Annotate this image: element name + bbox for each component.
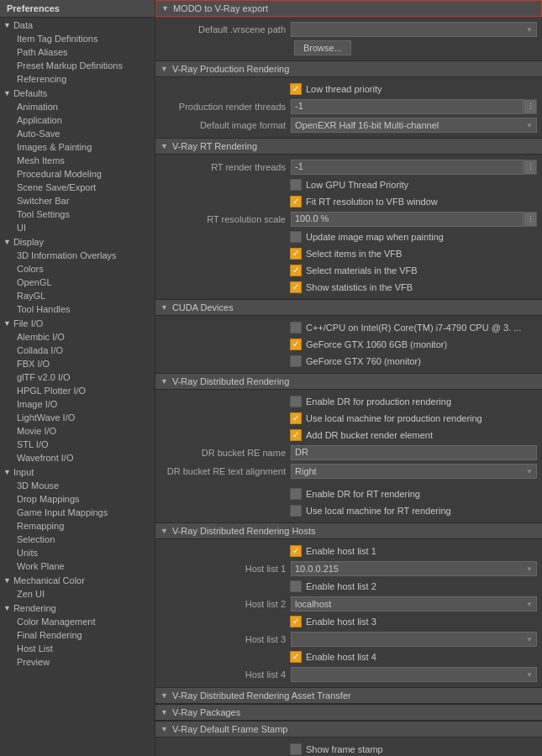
sidebar-item-1-2[interactable]: Auto-Save — [12, 127, 155, 140]
checkbox-3-1[interactable] — [290, 339, 302, 350]
checkbox-2-5[interactable] — [290, 248, 302, 260]
checkbox-2-7[interactable] — [290, 281, 302, 293]
checkbox-5-0[interactable] — [290, 545, 302, 557]
checkbox-label-2-5: Select items in the VFB — [306, 249, 402, 259]
dropdown-label-4-4: DR bucket RE text alignment — [160, 466, 291, 476]
sidebar-item-3-3[interactable]: glTF v2.0 I/O — [12, 370, 155, 384]
sidebar-group-label-4[interactable]: ▼Input — [0, 465, 155, 479]
sidebar-item-2-3[interactable]: RayGL — [12, 289, 155, 302]
spinner-input-2-3[interactable]: 100.0 % — [291, 212, 524, 227]
checkbox-5-4[interactable] — [290, 616, 302, 627]
spinner-btn-2-0[interactable]: ⋮ — [524, 160, 537, 175]
checkbox-2-1[interactable] — [290, 179, 302, 191]
sidebar-item-0-0[interactable]: Item Tag Definitions — [12, 32, 155, 45]
checkbox-3-0[interactable] — [290, 322, 302, 333]
checkbox-2-2[interactable] — [290, 196, 302, 207]
section-header-vray_production[interactable]: ▼V-Ray Production Rendering — [155, 60, 542, 77]
checkbox-2-4[interactable] — [290, 231, 302, 243]
sidebar-item-6-0[interactable]: Color Management — [12, 615, 155, 628]
sidebar-item-1-5[interactable]: Procedural Modeling — [12, 167, 155, 181]
sidebar-item-1-6[interactable]: Scene Save/Export — [12, 181, 155, 194]
checkbox-4-1[interactable] — [290, 412, 302, 424]
browse-button[interactable]: Browse... — [294, 40, 351, 55]
checkbox-5-2[interactable] — [290, 580, 302, 592]
sidebar-item-3-6[interactable]: LightWave I/O — [12, 411, 155, 424]
dropdown-5-5[interactable]: ▼ — [291, 632, 537, 647]
sidebar-item-4-1[interactable]: Drop Mappings — [12, 492, 155, 506]
sidebar-item-1-3[interactable]: Images & Painting — [12, 140, 155, 154]
row-spinner-2-3: RT resolution scale100.0 %⋮ — [155, 210, 542, 228]
sidebar-group-label-3[interactable]: ▼File I/O — [0, 316, 155, 330]
sidebar-item-0-1[interactable]: Path Aliases — [12, 45, 155, 59]
sidebar-item-2-2[interactable]: OpenGL — [12, 276, 155, 289]
sidebar-item-4-5[interactable]: Units — [12, 546, 155, 559]
sidebar-group-label-2[interactable]: ▼Display — [0, 234, 155, 249]
sidebar-group-label-1[interactable]: ▼Defaults — [0, 86, 155, 100]
dropdown-1-2[interactable]: OpenEXR Half 16-bit Multi-channel▼ — [291, 118, 537, 133]
sidebar-group-label-0[interactable]: ▼Data — [0, 18, 155, 32]
dropdown-5-7[interactable]: ▼ — [291, 667, 537, 682]
dropdown-4-4[interactable]: Right▼ — [291, 464, 537, 479]
section-header-vray_packages[interactable]: ▼V-Ray Packages — [155, 704, 542, 721]
sidebar-item-6-2[interactable]: Host List — [12, 642, 155, 655]
sidebar-item-1-8[interactable]: Tool Settings — [12, 207, 155, 221]
sidebar-item-3-4[interactable]: HPGL Plotter I/O — [12, 384, 155, 397]
sidebar-item-3-8[interactable]: STL I/O — [12, 438, 155, 451]
sidebar-group-label-5[interactable]: ▼Mechanical Color — [0, 573, 155, 587]
text-input-control-4-3: DR — [291, 445, 537, 460]
sidebar-group-label-6[interactable]: ▼Rendering — [0, 601, 155, 615]
dropdown-5-3[interactable]: localhost▼ — [291, 596, 537, 612]
checkbox-5-6[interactable] — [290, 651, 302, 663]
checkbox-1-0[interactable] — [290, 83, 302, 95]
dropdown-arrow-5-5: ▼ — [526, 636, 533, 643]
section-header-vray_frame_stamp[interactable]: ▼V-Ray Default Frame Stamp — [155, 721, 542, 738]
spinner-input-1-1[interactable]: -1 — [291, 99, 524, 114]
section-header-cuda_devices[interactable]: ▼CUDA Devices — [155, 299, 542, 316]
checkbox-2-6[interactable] — [290, 265, 302, 276]
sidebar-item-3-1[interactable]: Collada I/O — [12, 344, 155, 357]
section-header-vray_rt[interactable]: ▼V-Ray RT Rendering — [155, 138, 542, 155]
spinner-btn-1-1[interactable]: ⋮ — [524, 99, 537, 114]
sidebar-item-3-7[interactable]: Movie I/O — [12, 424, 155, 438]
checkbox-4-2[interactable] — [290, 429, 302, 441]
sidebar-item-3-5[interactable]: Image I/O — [12, 397, 155, 411]
sidebar-item-1-7[interactable]: Switcher Bar — [12, 194, 155, 207]
section-header-vray_distributed[interactable]: ▼V-Ray Distributed Rendering — [155, 373, 542, 390]
checkbox-4-0[interactable] — [290, 396, 302, 407]
text-input-field-4-3[interactable]: DR — [291, 445, 537, 460]
checkbox-3-2[interactable] — [290, 355, 302, 367]
sidebar-item-4-2[interactable]: Game Input Mappings — [12, 506, 155, 519]
checkbox-8-0[interactable] — [290, 743, 302, 755]
sidebar-item-1-9[interactable]: UI — [12, 221, 155, 234]
sidebar-item-0-2[interactable]: Preset Markup Definitions — [12, 59, 155, 72]
dropdown-control-1-2: OpenEXR Half 16-bit Multi-channel▼ — [291, 118, 537, 133]
spinner-input-2-0[interactable]: -1 — [291, 160, 524, 175]
sidebar-item-4-0[interactable]: 3D Mouse — [12, 479, 155, 492]
sidebar-item-2-4[interactable]: Tool Handles — [12, 302, 155, 316]
sidebar-item-4-3[interactable]: Remapping — [12, 519, 155, 533]
row-checkbox-4-2: Add DR bucket render element — [155, 427, 542, 444]
sidebar-item-1-1[interactable]: Application — [12, 113, 155, 127]
sidebar-item-4-6[interactable]: Work Plane — [12, 559, 155, 573]
sidebar-item-6-3[interactable]: Preview — [12, 655, 155, 669]
sidebar-item-0-3[interactable]: Referencing — [12, 72, 155, 86]
sidebar-item-6-1[interactable]: Final Rendering — [12, 628, 155, 642]
sidebar-item-4-4[interactable]: Selection — [12, 533, 155, 546]
sidebar-item-2-0[interactable]: 3D Information Overlays — [12, 249, 155, 262]
sidebar-item-5-0[interactable]: Zen UI — [12, 587, 155, 601]
sidebar-item-2-1[interactable]: Colors — [12, 262, 155, 276]
spinner-btn-2-3[interactable]: ⋮ — [524, 212, 537, 227]
sidebar-item-1-4[interactable]: Mesh Items — [12, 154, 155, 167]
section-header-vray_distributed_hosts[interactable]: ▼V-Ray Distributed Rendering Hosts — [155, 522, 542, 539]
section-header-modo_vray_export[interactable]: ▼MODO to V-Ray export — [155, 0, 542, 17]
sidebar-item-3-2[interactable]: FBX I/O — [12, 357, 155, 370]
sidebar-item-1-0[interactable]: Animation — [12, 100, 155, 113]
labeled-dropdown-0-0[interactable]: ▼ — [291, 22, 537, 37]
section-header-vray_asset_transfer[interactable]: ▼V-Ray Distributed Rendering Asset Trans… — [155, 687, 542, 704]
sidebar-group-name-6: Rendering — [13, 603, 56, 613]
sidebar-item-3-0[interactable]: Alembic I/O — [12, 330, 155, 344]
checkbox-4-6[interactable] — [290, 488, 302, 500]
sidebar-item-3-9[interactable]: Wavefront I/O — [12, 451, 155, 465]
dropdown-5-1[interactable]: 10.0.0.215▼ — [291, 561, 537, 576]
checkbox-4-7[interactable] — [290, 505, 302, 517]
